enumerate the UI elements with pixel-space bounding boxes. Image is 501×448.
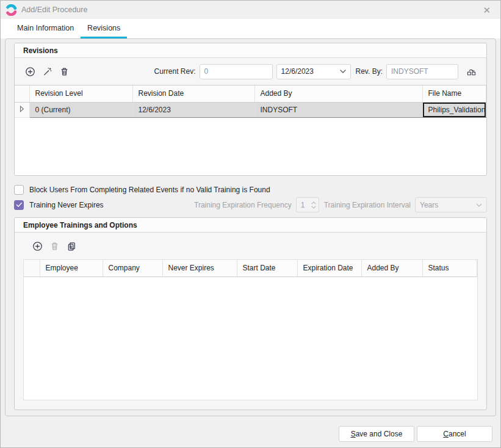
- cell-revision-date[interactable]: 12/6/2023: [132, 102, 254, 117]
- cancel-button[interactable]: Cancel: [417, 426, 492, 442]
- row-selector-header: [24, 260, 40, 276]
- compare-revisions-icon[interactable]: [463, 63, 479, 79]
- current-rev-label: Current Rev:: [154, 67, 196, 76]
- rev-by-label: Rev. By:: [356, 67, 383, 76]
- revisions-groupbox: Revisions Current Rev: 0 12/6/2023: [14, 43, 487, 176]
- rev-date-value: 12/6/2023: [281, 67, 314, 76]
- add-revision-button[interactable]: [22, 63, 38, 79]
- revisions-table-header: Revision Level Revision Date Added By Fi…: [15, 85, 486, 102]
- copy-employee-training-button[interactable]: [63, 238, 79, 254]
- chevron-down-icon: [340, 70, 346, 73]
- tab-revisions[interactable]: Revisions: [81, 19, 127, 38]
- training-never-expires-checkbox[interactable]: [14, 200, 24, 210]
- app-logo-icon: [5, 4, 17, 16]
- tab-bar: Main Information Revisions: [1, 19, 500, 38]
- delete-revision-button[interactable]: [56, 63, 72, 79]
- column-header[interactable]: Employee: [40, 260, 103, 276]
- employee-trainings-title: Employee Trainings and Options: [15, 218, 486, 233]
- employee-table: Employee Company Never Expires Start Dat…: [24, 260, 477, 277]
- title-bar: Add/Edit Procedure ✕: [1, 1, 500, 19]
- table-row[interactable]: 0 (Current) 12/6/2023 INDYSOFT Philips_V…: [15, 102, 486, 117]
- save-and-close-button[interactable]: Save and Close: [339, 426, 414, 442]
- revisions-groupbox-title: Revisions: [15, 43, 486, 58]
- block-users-checkbox[interactable]: [14, 185, 24, 195]
- row-expand-cell[interactable]: [15, 102, 29, 117]
- revisions-tab-content: Revisions Current Rev: 0 12/6/2023: [5, 38, 496, 416]
- spinner-chevrons-icon[interactable]: [311, 201, 316, 209]
- delete-employee-training-button[interactable]: [46, 238, 62, 254]
- training-expiration-interval-label: Training Expiration Interval: [324, 201, 411, 209]
- column-header[interactable]: Start Date: [237, 260, 297, 276]
- revisions-table-area: Revision Level Revision Date Added By Fi…: [15, 85, 486, 175]
- column-header[interactable]: Company: [103, 260, 162, 276]
- block-users-option: Block Users From Completing Related Even…: [14, 182, 487, 197]
- training-never-expires-label: Training Never Expires: [29, 201, 104, 209]
- column-header[interactable]: Status: [422, 260, 477, 276]
- employee-toolbar: [15, 233, 486, 259]
- training-expiration-interval-dropdown[interactable]: Years: [415, 197, 487, 212]
- block-users-label: Block Users From Completing Related Even…: [29, 186, 270, 194]
- add-employee-training-button[interactable]: [29, 238, 45, 254]
- cell-added-by[interactable]: INDYSOFT: [254, 102, 422, 117]
- training-options: Block Users From Completing Related Even…: [5, 176, 496, 212]
- revisions-toolbar: Current Rev: 0 12/6/2023 Rev. By: INDYSO…: [15, 58, 486, 85]
- close-icon[interactable]: ✕: [479, 4, 494, 16]
- interval-value: Years: [420, 201, 438, 209]
- row-selector-header: [15, 85, 29, 102]
- training-expiration-frequency-label: Training Expiration Frequency: [194, 201, 292, 209]
- current-rev-input[interactable]: 0: [200, 64, 273, 79]
- column-header[interactable]: Revision Level: [29, 85, 132, 102]
- column-header[interactable]: Added By: [361, 260, 422, 276]
- column-header[interactable]: File Name: [422, 85, 486, 102]
- dialog-footer: Save and Close Cancel: [1, 416, 500, 447]
- column-header[interactable]: Added By: [254, 85, 422, 102]
- rev-date-dropdown[interactable]: 12/6/2023: [276, 64, 351, 79]
- cell-revision-level[interactable]: 0 (Current): [29, 102, 132, 117]
- cell-file-name[interactable]: Philips_Validation_T: [422, 102, 486, 117]
- expand-row-icon[interactable]: [20, 106, 24, 114]
- training-never-expires-option: Training Never Expires Training Expirati…: [14, 197, 487, 212]
- rev-by-input[interactable]: INDYSOFT: [386, 64, 458, 79]
- training-expiration-frequency-stepper[interactable]: 1: [296, 197, 319, 212]
- window-title: Add/Edit Procedure: [21, 5, 87, 14]
- column-header[interactable]: Revision Date: [132, 85, 254, 102]
- checkmark-icon: [16, 202, 23, 208]
- employee-table-header: Employee Company Never Expires Start Dat…: [24, 260, 477, 276]
- column-header[interactable]: Never Expires: [162, 260, 237, 276]
- revisions-table: Revision Level Revision Date Added By Fi…: [15, 85, 486, 118]
- tab-main-information[interactable]: Main Information: [10, 19, 81, 38]
- column-header[interactable]: Expiration Date: [297, 260, 361, 276]
- employee-trainings-groupbox: Employee Trainings and Options: [14, 217, 487, 410]
- chevron-down-icon: [476, 203, 482, 207]
- add-edit-procedure-dialog: Add/Edit Procedure ✕ Main Information Re…: [0, 0, 501, 448]
- employee-table-area: Employee Company Never Expires Start Dat…: [23, 259, 478, 400]
- edit-revision-wand-button[interactable]: [39, 63, 55, 79]
- frequency-value: 1: [301, 201, 305, 209]
